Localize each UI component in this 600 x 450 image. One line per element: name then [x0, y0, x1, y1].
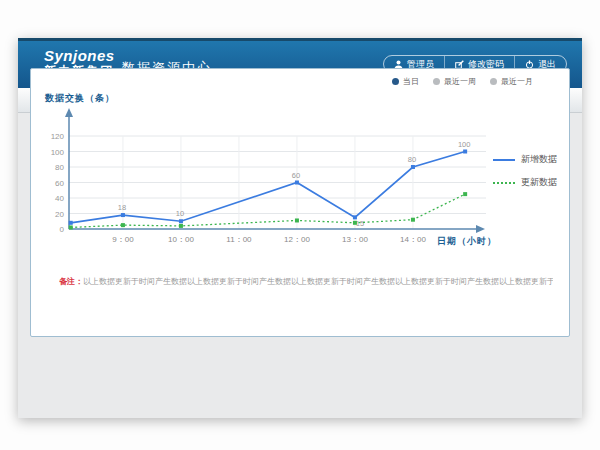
legend-item-new-data: 新增数据 [493, 153, 557, 166]
svg-text:60: 60 [292, 171, 300, 180]
footnote-prefix: 备注： [59, 277, 83, 286]
svg-text:10: 10 [176, 209, 184, 218]
svg-text:60: 60 [55, 179, 64, 188]
svg-text:12：00: 12：00 [284, 235, 310, 244]
svg-text:80: 80 [408, 155, 416, 164]
legend-label: 新增数据 [521, 153, 557, 166]
svg-text:9：00: 9：00 [112, 235, 134, 244]
svg-text:80: 80 [55, 163, 64, 172]
legend-line-swatch [493, 182, 515, 184]
svg-text:18: 18 [118, 203, 126, 212]
svg-text:20: 20 [55, 210, 64, 219]
footnote: 备注：以上数据更新于时间产生数据以上数据更新于时间产生数据以上数据更新于时间产生… [59, 276, 553, 287]
svg-text:100: 100 [51, 148, 65, 157]
content-panel: 当日 最近一周 最近一月 数据交换（条） 0204060801001209：00… [30, 68, 570, 337]
svg-text:15: 15 [356, 219, 364, 228]
chart-legend: 新增数据 更新数据 [493, 153, 557, 189]
brand-logo-text: Synjones [44, 47, 115, 64]
svg-text:40: 40 [55, 194, 64, 203]
legend-label: 更新数据 [521, 176, 557, 189]
svg-text:120: 120 [51, 132, 65, 141]
svg-text:100: 100 [458, 140, 471, 149]
legend-item-updated-data: 更新数据 [493, 176, 557, 189]
legend-line-swatch [493, 159, 515, 161]
x-axis-title: 日期（小时） [437, 235, 497, 248]
svg-text:14：00: 14：00 [400, 235, 426, 244]
svg-text:0: 0 [60, 225, 65, 234]
svg-text:11：00: 11：00 [226, 235, 252, 244]
svg-text:10：00: 10：00 [168, 235, 194, 244]
app-window: Synjones 新中新集团 数据资源中心 管理员 修改密码 退出 [18, 38, 582, 418]
svg-text:13：00: 13：00 [342, 235, 368, 244]
footnote-text: 以上数据更新于时间产生数据以上数据更新于时间产生数据以上数据更新于时间产生数据以… [83, 277, 553, 286]
